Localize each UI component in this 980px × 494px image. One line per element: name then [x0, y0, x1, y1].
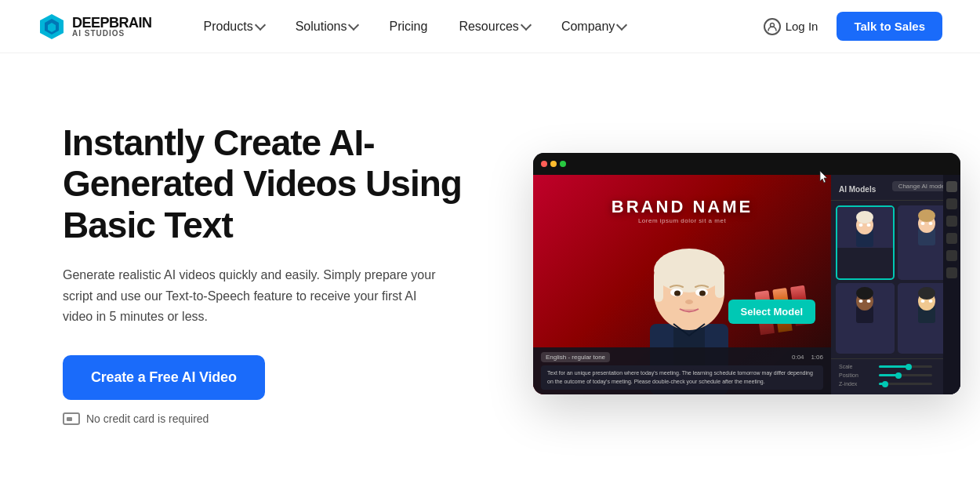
script-text-content: Text for an unique presentation where to…: [547, 369, 817, 386]
resources-chevron-icon: [521, 20, 532, 31]
toolbar-icon-6[interactable]: [946, 267, 957, 278]
toolbar-icon-4[interactable]: [946, 233, 957, 244]
position-track[interactable]: [879, 374, 932, 376]
svg-point-25: [928, 222, 932, 225]
toolbar-icon-2[interactable]: [946, 198, 957, 209]
position-thumb[interactable]: [895, 372, 902, 379]
model-thumb-1[interactable]: [836, 205, 895, 280]
scale-row: Scale 54: [839, 364, 953, 369]
toolbar-icons: [943, 175, 960, 394]
scale-panel: Scale 54 Position 24: [831, 358, 960, 394]
brand-name-text: BRAND NAME: [612, 197, 753, 217]
zindex-row: Z-index 1: [839, 381, 953, 387]
language-selector[interactable]: English - regular tone: [541, 352, 610, 362]
toolbar-icon-3[interactable]: [946, 216, 957, 227]
nav-links: Products Solutions Pricing Resources Com…: [190, 13, 751, 40]
products-chevron-icon: [255, 20, 266, 31]
nav-products[interactable]: Products: [190, 13, 278, 40]
svg-point-28: [856, 287, 873, 300]
svg-rect-10: [715, 271, 724, 298]
user-icon: [764, 18, 781, 35]
svg-point-23: [918, 209, 935, 222]
nav-right: Log In Talk to Sales: [751, 12, 942, 42]
minimize-dot: [550, 161, 557, 167]
svg-point-20: [867, 223, 871, 227]
svg-point-29: [859, 300, 863, 303]
hero-right: BRAND NAME Lorem ipsum dolor sit a met: [533, 153, 960, 394]
svg-point-14: [699, 291, 706, 296]
hero-heading: Instantly Create AI-Generated Videos Usi…: [63, 122, 486, 247]
panel-header: Change AI model AI Models: [831, 175, 960, 201]
nav-company[interactable]: Company: [547, 13, 640, 40]
svg-point-35: [928, 300, 932, 303]
login-button[interactable]: Log In: [751, 12, 831, 42]
logo-ai-studios: AI STUDIOS: [72, 30, 152, 38]
script-text-area[interactable]: Text for an unique presentation where to…: [541, 365, 823, 390]
select-model-button[interactable]: Select Model: [728, 300, 815, 324]
close-dot: [541, 161, 547, 167]
nav-pricing[interactable]: Pricing: [375, 13, 441, 40]
panel-title: AI Models: [839, 185, 876, 194]
video-bottom-bar: English - regular tone 0:04 1:06 Text fo…: [533, 347, 831, 394]
toolbar-icon-1[interactable]: [946, 181, 957, 192]
svg-point-18: [856, 211, 873, 223]
logo-text: DEEPBRAIN AI STUDIOS: [72, 16, 152, 38]
create-free-video-button[interactable]: Create a Free AI Video: [63, 355, 265, 400]
hero-description: Generate realistic AI videos quickly and…: [63, 265, 447, 327]
nav-resources[interactable]: Resources: [445, 13, 543, 40]
scale-fill: [879, 365, 908, 368]
svg-point-33: [918, 287, 935, 300]
position-label: Position: [839, 372, 874, 378]
solutions-chevron-icon: [348, 20, 359, 31]
hero-left: Instantly Create AI-Generated Videos Usi…: [63, 122, 486, 426]
svg-rect-9: [654, 271, 663, 302]
svg-point-8: [654, 249, 724, 292]
scale-label: Scale: [839, 364, 874, 369]
model-thumb-3[interactable]: [836, 283, 895, 354]
logo-deepbrain: DEEPBRAIN: [72, 16, 152, 30]
talk-to-sales-button[interactable]: Talk to Sales: [837, 12, 942, 41]
logo-icon: [38, 13, 66, 41]
svg-point-34: [920, 300, 924, 303]
video-preview: BRAND NAME Lorem ipsum dolor sit a met: [533, 175, 831, 394]
scale-thumb[interactable]: [906, 364, 912, 370]
svg-point-19: [859, 223, 863, 227]
zindex-thumb[interactable]: [882, 381, 888, 387]
svg-point-15: [685, 300, 693, 304]
brand-subtitle: Lorem ipsum dolor sit a met: [612, 217, 753, 224]
svg-point-30: [867, 300, 871, 303]
toolbar-icon-5[interactable]: [946, 250, 957, 261]
credit-card-icon: [63, 412, 80, 425]
right-panel: Change AI model AI Models: [831, 175, 960, 394]
product-screenshot: BRAND NAME Lorem ipsum dolor sit a met: [533, 153, 960, 394]
svg-point-13: [674, 291, 681, 296]
brand-overlay: BRAND NAME Lorem ipsum dolor sit a met: [612, 197, 753, 224]
model-grid: [831, 201, 960, 358]
nav-solutions[interactable]: Solutions: [281, 13, 372, 40]
position-row: Position 24: [839, 372, 953, 378]
video-controls-row: English - regular tone 0:04 1:06: [541, 352, 823, 362]
window-controls: [541, 161, 566, 167]
company-chevron-icon: [616, 20, 627, 31]
zindex-label: Z-index: [839, 381, 874, 387]
time-display: 0:04 1:06: [792, 354, 823, 361]
zindex-track[interactable]: [879, 383, 932, 385]
logo[interactable]: DEEPBRAIN AI STUDIOS: [38, 13, 152, 41]
navbar: DEEPBRAIN AI STUDIOS Products Solutions …: [0, 0, 980, 53]
maximize-dot: [560, 161, 566, 167]
screenshot-topbar: [533, 153, 960, 175]
no-credit-card-note: No credit card is required: [63, 412, 486, 425]
scale-track[interactable]: [879, 365, 932, 368]
hero-section: Instantly Create AI-Generated Videos Usi…: [0, 53, 980, 494]
svg-point-24: [920, 222, 924, 225]
